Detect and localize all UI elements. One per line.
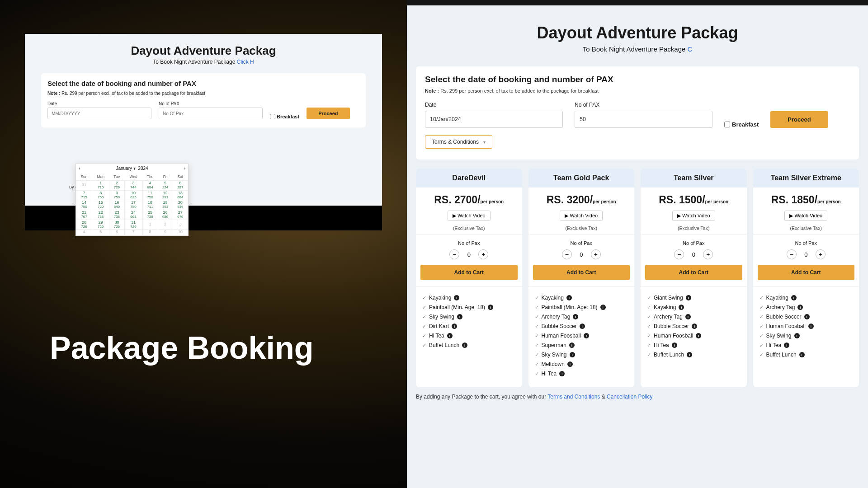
info-icon[interactable]: i [488,305,493,310]
qty-minus-button[interactable]: − [449,249,459,259]
info-icon[interactable]: i [584,333,589,338]
calendar-day[interactable]: 29726 [92,220,109,230]
calendar-day[interactable]: 6287 [173,181,188,191]
breakfast-checkbox[interactable] [724,122,730,127]
info-icon[interactable]: i [457,314,462,319]
info-icon[interactable]: i [573,314,578,319]
watch-video-button[interactable]: ▶ Watch Video [672,211,715,221]
calendar-day[interactable]: 17750 [124,200,142,210]
calendar-day[interactable]: 30726 [109,220,124,230]
calendar-day[interactable]: 18711 [142,200,158,210]
info-icon[interactable]: i [696,333,701,338]
calendar-day[interactable]: 2729 [109,181,124,191]
calendar-day[interactable]: 10625 [124,190,142,200]
mini-breakfast-checkbox[interactable] [270,114,275,119]
calendar-day[interactable]: 14750 [76,200,92,210]
info-icon[interactable]: i [808,324,814,329]
calendar-day[interactable]: 15720 [92,200,109,210]
calendar-day[interactable]: 27676 [173,210,188,220]
calendar-day[interactable]: 24663 [124,210,142,220]
info-icon[interactable]: i [600,305,606,310]
cal-prev-icon[interactable]: ‹ [79,166,80,171]
terms-conditions-button[interactable]: Terms & Conditions▾ [425,135,492,149]
watch-video-button[interactable]: ▶ Watch Video [448,211,491,221]
info-icon[interactable]: i [559,371,565,376]
calendar-day[interactable]: 26686 [158,210,173,220]
mini-proceed-button[interactable]: Proceed [307,108,349,119]
click-here-link[interactable]: C [687,45,692,53]
calendar-day[interactable]: 10 [173,230,188,235]
info-icon[interactable]: i [797,305,803,310]
calendar-day[interactable]: 20539 [173,200,188,210]
watch-video-button[interactable]: ▶ Watch Video [784,211,827,221]
add-to-cart-button[interactable]: Add to Cart [645,265,742,280]
calendar-day[interactable]: 5224 [158,181,173,191]
calendar-day[interactable]: 5 [92,230,109,235]
calendar-day[interactable]: 9750 [109,190,124,200]
info-icon[interactable]: i [672,343,677,348]
calendar-day[interactable]: 8 [142,230,158,235]
calendar-day[interactable]: 3 [173,220,188,230]
calendar-day[interactable]: 31726 [124,220,142,230]
calendar-day[interactable]: 22738 [92,210,109,220]
info-icon[interactable]: i [804,314,810,319]
info-icon[interactable]: i [566,295,572,300]
date-input[interactable] [425,111,563,128]
info-icon[interactable]: i [686,295,691,300]
calendar-day[interactable]: 19393 [158,200,173,210]
calendar-day[interactable]: 12291 [158,190,173,200]
info-icon[interactable]: i [687,352,692,357]
qty-plus-button[interactable]: + [703,249,713,259]
calendar-day[interactable]: 4684 [142,181,158,191]
calendar-day[interactable]: 1 [142,220,158,230]
info-icon[interactable]: i [580,324,585,329]
calendar-day[interactable]: 7715 [76,190,92,200]
info-icon[interactable]: i [799,352,805,357]
info-icon[interactable]: i [452,324,457,329]
calendar-day[interactable]: 11750 [142,190,158,200]
watch-video-button[interactable]: ▶ Watch Video [560,211,603,221]
add-to-cart-button[interactable]: Add to Cart [758,265,855,280]
qty-minus-button[interactable]: − [787,249,797,259]
info-icon[interactable]: i [567,361,573,367]
proceed-button[interactable]: Proceed [770,111,828,128]
info-icon[interactable]: i [454,295,459,300]
calendar-day[interactable]: 31 [76,181,92,191]
calendar-day[interactable]: 2 [158,220,173,230]
info-icon[interactable]: i [791,295,797,300]
calendar-day[interactable]: 3744 [124,181,142,191]
calendar-day[interactable]: 16640 [109,200,124,210]
info-icon[interactable]: i [784,343,789,348]
calendar-day[interactable]: 23738 [109,210,124,220]
info-icon[interactable]: i [569,343,575,348]
calendar-day[interactable]: 4 [76,230,92,235]
add-to-cart-button[interactable]: Add to Cart [420,265,518,280]
breakfast-check[interactable]: Breakfast [724,121,759,128]
qty-plus-button[interactable]: + [478,249,488,259]
mini-pax-input[interactable] [159,108,263,119]
qty-minus-button[interactable]: − [674,249,684,259]
mini-date-input[interactable] [47,108,151,119]
calendar-day[interactable]: 8750 [92,190,109,200]
calendar-day[interactable]: 9 [158,230,173,235]
calendar-day[interactable]: 13684 [173,190,188,200]
terms-link[interactable]: Terms and Conditions [547,394,600,400]
add-to-cart-button[interactable]: Add to Cart [533,265,630,280]
calendar-day[interactable]: 7 [124,230,142,235]
qty-plus-button[interactable]: + [816,249,826,259]
info-icon[interactable]: i [462,343,467,348]
calendar-day[interactable]: 21707 [76,210,92,220]
calendar-day[interactable]: 25738 [142,210,158,220]
cal-next-icon[interactable]: › [184,166,185,171]
info-icon[interactable]: i [447,333,453,338]
info-icon[interactable]: i [570,352,575,357]
cancel-policy-link[interactable]: Cancellation Policy [607,394,652,400]
calendar-day[interactable]: 1710 [92,181,109,191]
mini-breakfast-check[interactable]: Breakfast [270,114,299,119]
info-icon[interactable]: i [679,305,684,310]
mini-click-here-link[interactable]: Click H [237,59,254,65]
info-icon[interactable]: i [692,324,697,329]
qty-minus-button[interactable]: − [562,249,572,259]
qty-plus-button[interactable]: + [591,249,601,259]
info-icon[interactable]: i [685,314,691,319]
